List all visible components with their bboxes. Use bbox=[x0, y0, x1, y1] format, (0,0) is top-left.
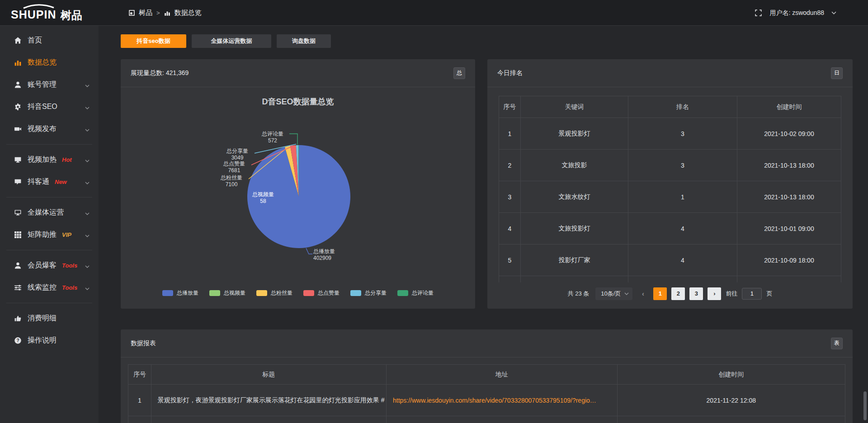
tab-media-operation-data[interactable]: 全媒体运营数据 bbox=[192, 34, 271, 48]
sidebar-item-video-heat[interactable]: 视频加热 Hot bbox=[0, 149, 99, 171]
page-scrollbar-thumb[interactable] bbox=[863, 391, 867, 420]
today-rank-panel: 今日排名 日 序号 关键词 排名 创建时间 1景观投影灯32021-10-02 … bbox=[487, 59, 853, 309]
impressions-total: 展现量总数: 421,369 bbox=[131, 69, 189, 77]
pagination: 共 23 条 10条/页 ‹ 1 2 3 › 前往 页 bbox=[499, 287, 841, 301]
sidebar-item-video-publish[interactable]: 视频发布 bbox=[0, 118, 99, 140]
bar-chart-icon bbox=[164, 10, 170, 16]
goto-label: 前往 bbox=[726, 290, 737, 298]
legend-swatch bbox=[397, 290, 408, 296]
username-label[interactable]: 用户名: zswodun88 bbox=[769, 9, 824, 17]
column-header: 排名 bbox=[628, 96, 737, 118]
chevron-down-icon bbox=[85, 156, 90, 164]
tab-inquiry-data[interactable]: 询盘数据 bbox=[277, 34, 331, 48]
legend-item-5[interactable]: 总评论量 bbox=[397, 289, 434, 297]
svg-text:?: ? bbox=[16, 338, 19, 343]
sidebar-item-label: 账号管理 bbox=[28, 80, 57, 89]
video-url-link[interactable]: https://www.iesdouyin.com/share/video/70… bbox=[386, 385, 617, 416]
breadcrumb: 树品 > 数据总览 bbox=[129, 0, 202, 26]
seo-overview-panel: 展现量总数: 421,369 总 D音SEO数据量总览 总播放量总视频量总粉丝量… bbox=[121, 59, 475, 309]
topbar-right: 用户名: zswodun88 bbox=[755, 0, 836, 26]
table-row: 5投影灯厂家42021-10-09 18:00 bbox=[499, 244, 841, 276]
sidebar-item-doukotong[interactable]: 抖客通 New bbox=[0, 171, 99, 193]
panel-header: 今日排名 日 bbox=[487, 59, 853, 87]
sidebar-item-label: 操作说明 bbox=[28, 336, 57, 345]
sidebar-item-lead-monitor[interactable]: 线索监控 Tools bbox=[0, 277, 99, 299]
user-icon bbox=[14, 262, 22, 270]
legend-label: 总点赞量 bbox=[318, 289, 340, 297]
chat-bubble-icon bbox=[14, 178, 22, 186]
data-tabs: 抖音seo数据 全媒体运营数据 询盘数据 bbox=[121, 34, 331, 48]
rank-table: 序号 关键词 排名 创建时间 1景观投影灯32021-10-02 09:00 2… bbox=[499, 96, 841, 282]
pie-leader-line bbox=[289, 134, 297, 145]
sidebar-item-matrix-boost[interactable]: 矩阵助推 VIP bbox=[0, 224, 99, 246]
sliders-icon bbox=[14, 284, 22, 292]
table-row-partial bbox=[128, 416, 845, 423]
sidebar-item-label: 视频加热 bbox=[28, 155, 57, 164]
logo-text: SHUPIN bbox=[11, 8, 56, 21]
legend-item-3[interactable]: 总点赞量 bbox=[303, 289, 340, 297]
tab-douyin-seo-data[interactable]: 抖音seo数据 bbox=[121, 34, 186, 48]
panel-title: 今日排名 bbox=[497, 69, 523, 77]
camcorder-icon bbox=[14, 125, 22, 133]
legend-item-1[interactable]: 总视频量 bbox=[209, 289, 245, 297]
table-row: 2文旅投影32021-10-13 18:00 bbox=[499, 150, 841, 181]
sidebar-item-home[interactable]: 首页 bbox=[0, 29, 99, 52]
day-toggle-button[interactable]: 日 bbox=[831, 67, 843, 79]
pie-label-1: 总视频量58 bbox=[247, 191, 279, 205]
legend-label: 总分享量 bbox=[365, 289, 387, 297]
page-size-select[interactable]: 10条/页 bbox=[595, 287, 632, 300]
sidebar-item-label: 视频发布 bbox=[28, 124, 57, 134]
sidebar-item-label: 线索监控 bbox=[28, 283, 57, 292]
pagination-page-1[interactable]: 1 bbox=[653, 287, 667, 300]
chevron-down-icon bbox=[85, 178, 90, 186]
chevron-down-icon bbox=[85, 209, 90, 217]
chart-title: D音SEO数据量总览 bbox=[121, 96, 475, 107]
legend-swatch bbox=[162, 290, 173, 296]
topbar: SHUPIN 树品 树品 > 数据总览 用户名: zswodun88 bbox=[0, 0, 868, 26]
total-toggle-button[interactable]: 总 bbox=[453, 67, 465, 79]
sidebar-divider bbox=[6, 144, 92, 145]
new-badge: New bbox=[55, 179, 67, 185]
panel-header: 数据报表 表 bbox=[121, 329, 853, 357]
legend-item-0[interactable]: 总播放量 bbox=[162, 289, 198, 297]
sidebar-item-douyin-seo[interactable]: 抖音SEO bbox=[0, 96, 99, 118]
chevron-down-icon bbox=[85, 284, 90, 292]
sidebar-item-instructions[interactable]: ? 操作说明 bbox=[0, 329, 99, 352]
gear-icon bbox=[14, 103, 22, 111]
legend-swatch bbox=[303, 290, 314, 296]
table-header-row: 序号 关键词 排名 创建时间 bbox=[499, 96, 841, 118]
fullscreen-icon[interactable] bbox=[755, 9, 762, 17]
sidebar-item-data-overview[interactable]: 数据总览 bbox=[0, 52, 99, 74]
table-row: 1 景观投影灯，夜游景观投影灯厂家展示展示落花灯在花园里的灯光投影应用效果 # … bbox=[128, 385, 845, 416]
sidebar-item-consumption-detail[interactable]: 消费明细 bbox=[0, 307, 99, 329]
square-icon bbox=[129, 10, 135, 16]
pagination-page-3[interactable]: 3 bbox=[689, 287, 703, 300]
legend-label: 总粉丝量 bbox=[271, 289, 292, 297]
pagination-page-2[interactable]: 2 bbox=[671, 287, 685, 300]
table-toggle-button[interactable]: 表 bbox=[831, 338, 843, 349]
pie-label-3: 总点赞量7681 bbox=[218, 160, 250, 174]
pie-label-2: 总粉丝量7100 bbox=[215, 174, 248, 188]
chevron-down-icon[interactable] bbox=[831, 11, 836, 14]
user-icon bbox=[14, 81, 22, 89]
tools-badge: Tools bbox=[62, 284, 77, 291]
sidebar-item-account-management[interactable]: 账号管理 bbox=[0, 74, 99, 96]
breadcrumb-item[interactable]: 树品 bbox=[139, 9, 152, 17]
pie-label-4: 总分享量3049 bbox=[221, 148, 254, 161]
pagination-next-button[interactable]: › bbox=[708, 287, 721, 300]
goto-unit: 页 bbox=[766, 290, 772, 298]
legend-label: 总评论量 bbox=[412, 289, 434, 297]
goto-page-input[interactable] bbox=[742, 288, 762, 300]
hot-badge: Hot bbox=[62, 156, 72, 163]
sidebar-item-label: 消费明细 bbox=[28, 314, 57, 323]
column-header: 创建时间 bbox=[617, 365, 845, 385]
table-row-partial bbox=[499, 276, 841, 282]
legend-item-2[interactable]: 总粉丝量 bbox=[256, 289, 292, 297]
column-header: 序号 bbox=[499, 96, 521, 118]
sidebar-divider bbox=[6, 250, 92, 250]
legend-item-4[interactable]: 总分享量 bbox=[350, 289, 387, 297]
sidebar-item-member-burst[interactable]: 会员爆客 Tools bbox=[0, 254, 99, 277]
sidebar-item-media-operation[interactable]: 全媒体运营 bbox=[0, 202, 99, 224]
pagination-prev-button[interactable]: ‹ bbox=[637, 287, 649, 300]
vip-badge: VIP bbox=[62, 231, 71, 238]
